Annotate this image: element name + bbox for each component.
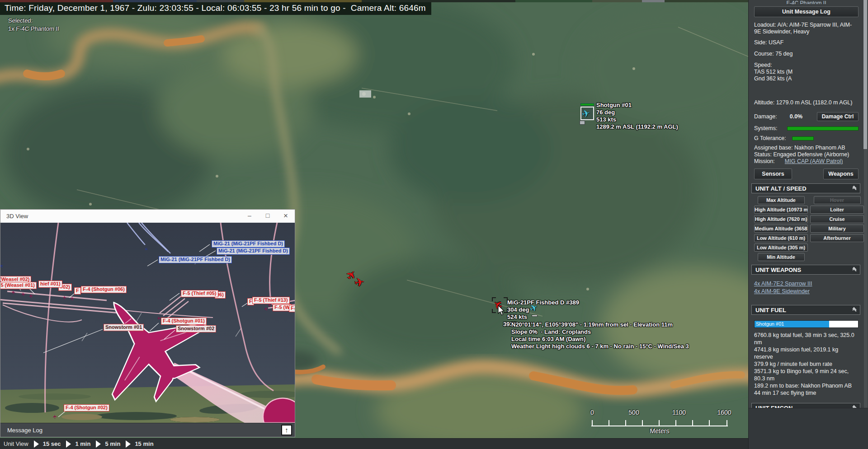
speed-afterburner-button[interactable]: Afterburner (810, 234, 864, 242)
unit-altitude-label: 1289.2 m ASL (1192.2 m AGL) (596, 123, 678, 131)
tooltip-coords: N20°01'14", E105°39'08" - 1.19nm from se… (511, 321, 673, 328)
expand-up-icon[interactable]: ↑ (281, 425, 292, 435)
weapons-button[interactable]: Weapons (823, 168, 859, 179)
collapse-icon[interactable] (853, 268, 856, 271)
unit-course-label: 76 deg (596, 109, 615, 116)
sensors-button[interactable]: Sensors (754, 168, 792, 179)
tooltip-weather: Weather Light high clouds 6 - 7 km - No … (511, 343, 689, 350)
fuel-total: 6760.8 kg total fuel, 38 min 3 sec, 325.… (754, 332, 859, 346)
aircraft-label: MiG-21 (MiG-21PF Fishbed D) (217, 248, 290, 255)
aircraft-label: F-4 (Shotgun #01) (161, 318, 207, 325)
aircraft-label: MiG-21 (MiG-21PF Fishbed D) (212, 240, 285, 248)
hostile-plane-icon[interactable]: ✈ (354, 276, 365, 289)
status-text: Status: Engaged Defensive (Airborne) (754, 151, 859, 158)
alt-low-305-button[interactable]: Low Altitude (305 m) (754, 243, 808, 252)
fuel-gauge: Shotgun #01 (754, 320, 859, 328)
g-tolerance-label: G Tolerance: (754, 135, 786, 141)
contact-course-label: 304 deg (507, 306, 529, 313)
aircraft-label: F-5 (289, 305, 295, 312)
time-step-1min[interactable]: 1 min (75, 440, 90, 447)
alt-low-610-button[interactable]: Low Altitude (610 m) (754, 234, 808, 242)
alt-max-button[interactable]: Max Altitude (758, 196, 805, 204)
panel-header-fuel[interactable]: UNIT FUEL (751, 305, 860, 315)
damage-ctrl-button[interactable]: Damage Ctrl (817, 112, 859, 121)
mission-link[interactable]: MIG CAP (AAW Patrol) (785, 158, 843, 164)
fuel-mission: 4741.8 kg mission fuel, 2019.1 kg reserv… (754, 346, 859, 360)
aircraft-label: F-5 (Thief #05) (181, 290, 218, 297)
message-log-bar[interactable]: Message Log (0, 423, 295, 437)
unit-type-link[interactable]: F-4C Phantom II (786, 0, 826, 4)
scale-tick-label: 500 (628, 409, 639, 416)
weapon-link-sparrow[interactable]: 4x AIM-7E2 Sparrow III (754, 281, 812, 287)
systems-health-bar (787, 126, 859, 131)
aircraft-label: Snowstorm #02 (176, 325, 216, 332)
aircraft-label: F-5 (Thief #13) (252, 297, 290, 304)
unit-message-log-button[interactable]: Unit Message Log (754, 6, 859, 17)
svg-text:✈: ✈ (52, 414, 58, 419)
weapon-link-sidewinder[interactable]: 4x AIM-9E Sidewinder (754, 288, 810, 295)
clipped-toolbar-strip (665, 0, 748, 2)
scale-tick-label: 1100 (672, 409, 686, 416)
clipped-toolbar-strip (0, 0, 113, 2)
unit-speed-label: 513 kts (596, 116, 616, 123)
svg-text:✈: ✈ (61, 295, 67, 300)
scale-tick-label: 0 (590, 409, 594, 416)
alt-medium-button[interactable]: Medium Altitude (3658 (754, 224, 808, 233)
clipped-toolbar-strip (515, 0, 592, 2)
sidebar-footer (749, 408, 868, 449)
health-bar (580, 103, 594, 106)
aircraft-label: hief #01) (38, 281, 62, 288)
assigned-base-text: Assigned base: Nakhon Phanom AB (754, 145, 859, 151)
mouse-cursor (498, 305, 506, 316)
time-step-5min[interactable]: 5 min (105, 440, 120, 447)
speed-tas: TAS 512 kts (M (754, 69, 859, 75)
map-scale-bar: 0 500 1100 1600 Meters (591, 409, 728, 436)
tooltip-terrain: Slope 0% - Land: Croplands (511, 328, 591, 336)
scale-tick-label: 1600 (717, 409, 731, 416)
app-window: Time: Friday, December 1, 1967 - Zulu: 2… (0, 0, 868, 449)
play-step-icon[interactable] (34, 440, 39, 448)
sidebar-scrollbar[interactable] (864, 0, 868, 408)
close-icon[interactable]: × (277, 210, 295, 223)
panel-header-label: UNIT FUEL (755, 307, 786, 313)
alt-min-button[interactable]: Min Altitude (758, 253, 805, 261)
unit-view-label[interactable]: Unit View (4, 440, 28, 447)
altitude-text: Altitude: 1279.0 m ASL (1182.0 m AGL) (754, 99, 859, 106)
play-step-icon[interactable] (96, 440, 101, 448)
friendly-unit-icon[interactable]: ✈ (580, 107, 594, 120)
fuel-bingo: 3571.3 kg to Bingo fuel, 9 min 24 sec, 8… (754, 368, 859, 382)
play-step-icon[interactable] (126, 440, 131, 448)
course-text: Course: 75 deg (754, 51, 859, 57)
alt-high-10973-button[interactable]: High Altitude (10973 m (754, 206, 808, 214)
mission-label: Mission: (754, 158, 775, 164)
unit-info-sidebar: F-4C Phantom II Unit Message Log Loadout… (748, 0, 868, 449)
scale-unit-label: Meters (650, 427, 670, 435)
clipped-toolbar-strip (362, 0, 515, 2)
time-step-15min[interactable]: 15 min (135, 440, 153, 447)
speed-cruise-button[interactable]: Cruise (810, 215, 864, 223)
time-status-bar: Time: Friday, December 1, 1967 - Zulu: 2… (0, 2, 431, 15)
minimize-icon[interactable]: – (241, 210, 259, 223)
speed-label: Speed: (754, 62, 859, 69)
3d-view-window[interactable]: 3D View – □ × (0, 209, 295, 437)
damage-label: Damage: (754, 113, 777, 120)
unit-tab (580, 121, 585, 125)
aircraft-label: F-4 (Shotgun #06) (81, 286, 127, 293)
collapse-icon[interactable] (853, 187, 856, 190)
speed-loiter-button[interactable]: Loiter (810, 206, 864, 214)
fuel-base-distance: 189.2 nm to base: Nakhon Phanom AB (754, 382, 859, 389)
play-step-icon[interactable] (66, 440, 71, 448)
alt-high-7620-button[interactable]: High Altitude (7620 m) (754, 215, 808, 223)
collapse-icon[interactable] (853, 308, 856, 312)
panel-header-label: UNIT ALT / SPEED (755, 185, 807, 192)
clipped-toolbar-strip (113, 0, 197, 2)
speed-hover-button[interactable]: Hover (814, 196, 861, 204)
friendly-plane-tag (532, 315, 538, 317)
maximize-icon[interactable]: □ (259, 210, 277, 223)
g-tolerance-bar (792, 136, 814, 140)
clipped-toolbar-strip (592, 0, 642, 2)
panel-header-weapons[interactable]: UNIT WEAPONS (751, 265, 860, 275)
panel-header-alt-speed[interactable]: UNIT ALT / SPEED (751, 183, 860, 193)
time-step-15sec[interactable]: 15 sec (43, 440, 61, 447)
speed-military-button[interactable]: Military (810, 224, 864, 233)
